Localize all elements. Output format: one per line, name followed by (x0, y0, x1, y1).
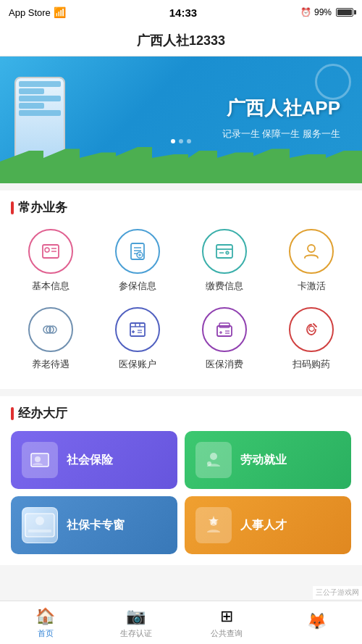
section-bar-hall (11, 407, 14, 420)
labor-employment-icon-bg (195, 442, 232, 478)
svg-point-37 (207, 461, 211, 466)
hall-item-social-insurance[interactable]: 社会保险 (11, 431, 177, 489)
scan-medicine-label: 扫码购药 (292, 358, 330, 371)
status-bar: App Store 📶 14:33 ⏰ 99% (0, 0, 362, 25)
tab-survival-cert[interactable]: 📷 生存认证 (90, 601, 181, 644)
tab-survival-cert-label: 生存认证 (120, 628, 152, 639)
section-bar-common (11, 201, 14, 214)
battery-percent: 99% (314, 7, 332, 17)
hall-section: 经办大厅 社会保险 (0, 396, 362, 565)
app-store-label: App Store (9, 7, 51, 18)
svg-point-1 (45, 248, 49, 252)
icon-item-medical-expense[interactable]: 医保消费 (181, 300, 268, 378)
svg-rect-20 (130, 323, 145, 336)
svg-point-16 (308, 245, 315, 252)
svg-point-35 (35, 456, 41, 462)
tab-public-query[interactable]: ⊞ 公共查询 (181, 601, 272, 644)
medical-expense-label: 医保消费 (206, 358, 243, 371)
icon-item-card-activate[interactable]: 卡激活 (268, 222, 355, 300)
phone-mockup (14, 77, 65, 164)
dot-3 (187, 139, 191, 143)
tab-more[interactable]: 🦊 (272, 601, 362, 644)
section-title-hall: 经办大厅 (18, 405, 67, 422)
icon-item-basic-info[interactable]: 基本信息 (7, 222, 94, 300)
camera-icon: 📷 (126, 607, 146, 626)
svg-point-39 (35, 517, 44, 525)
medical-account-label: 医保账户 (119, 358, 156, 371)
status-right: ⏰ 99% (300, 7, 353, 17)
hr-talent-icon-bg (195, 507, 232, 543)
pension-label: 养老待遇 (32, 358, 70, 371)
icon-item-pension[interactable]: 养老待遇 (7, 300, 94, 378)
svg-rect-29 (219, 323, 230, 327)
insurance-info-label: 参保信息 (119, 280, 156, 293)
watermark: 三公子游戏网 (313, 586, 362, 599)
payment-info-icon (202, 229, 247, 274)
icon-item-scan-medicine[interactable]: 扫码购药 (268, 300, 355, 378)
pension-icon (28, 307, 73, 352)
social-security-card-label: 社保卡专窗 (67, 518, 125, 533)
basic-info-icon (28, 229, 73, 274)
icon-item-payment-info[interactable]: 缴费信息 (181, 222, 268, 300)
banner: 广西人社APP 记录一生 保障一生 服务一生 (0, 57, 362, 183)
hall-grid: 社会保险 劳动就业 (0, 427, 362, 565)
section-title-common: 常办业务 (18, 199, 67, 216)
svg-rect-40 (28, 530, 51, 532)
banner-right: 广西人社APP 记录一生 保障一生 服务一生 (80, 97, 348, 143)
battery-icon (336, 8, 353, 17)
tab-bar: 🏠 首页 📷 生存认证 ⊞ 公共查询 🦊 (0, 601, 362, 644)
page-title: 广西人社12333 (137, 32, 225, 49)
medical-account-icon (115, 307, 160, 352)
card-activate-icon (289, 229, 334, 274)
banner-dots (171, 139, 191, 143)
ferris-wheel-decoration (315, 64, 351, 100)
insurance-info-icon (115, 229, 160, 274)
payment-info-label: 缴费信息 (206, 280, 243, 293)
dot-1 (171, 139, 175, 143)
hall-item-labor-employment[interactable]: 劳动就业 (185, 431, 351, 489)
svg-point-36 (210, 453, 217, 460)
alarm-icon: ⏰ (300, 7, 311, 17)
icon-item-insurance-info[interactable]: 参保信息 (94, 222, 181, 300)
social-security-card-icon (22, 507, 58, 543)
tab-home-label: 首页 (38, 628, 54, 639)
banner-app-title: 广西人社APP (80, 97, 340, 120)
nav-header: 广西人社12333 (0, 25, 362, 57)
hr-talent-label: 人事人才 (240, 518, 287, 533)
social-insurance-label: 社会保险 (67, 453, 113, 468)
labor-employment-label: 劳动就业 (240, 453, 287, 468)
banner-subtitle: 记录一生 保障一生 服务一生 (80, 125, 340, 142)
home-icon: 🏠 (35, 607, 55, 626)
social-insurance-icon-bg (22, 442, 58, 478)
card-activate-label: 卡激活 (298, 280, 326, 293)
section-header-common: 常办业务 (0, 191, 362, 222)
hall-item-hr-talent[interactable]: 人事人才 (185, 496, 351, 554)
medical-expense-icon (202, 307, 247, 352)
icon-item-medical-account[interactable]: 医保账户 (94, 300, 181, 378)
hall-item-social-security-card[interactable]: 社保卡专窗 (11, 496, 177, 554)
tab-home[interactable]: 🏠 首页 (0, 601, 90, 644)
status-time: 14:33 (169, 7, 197, 19)
svg-rect-11 (216, 245, 232, 258)
scan-medicine-icon (289, 307, 334, 352)
basic-info-label: 基本信息 (32, 280, 70, 293)
common-business-grid: 基本信息 参保信息 (0, 222, 362, 389)
section-header-hall: 经办大厅 (0, 396, 362, 427)
fox-icon: 🦊 (307, 612, 327, 631)
tab-public-query-label: 公共查询 (211, 628, 243, 639)
grid-icon: ⊞ (220, 607, 233, 626)
dot-2 (179, 139, 183, 143)
wifi-icon: 📶 (54, 7, 66, 18)
common-business-section: 常办业务 基本信息 (0, 191, 362, 389)
status-left: App Store 📶 (9, 7, 66, 18)
